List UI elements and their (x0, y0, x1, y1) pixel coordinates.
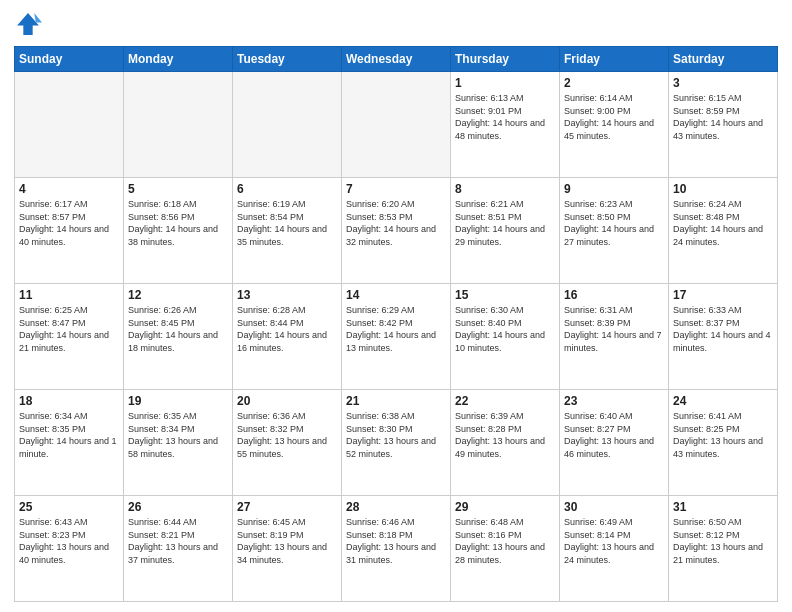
day-number: 8 (455, 182, 555, 196)
day-info: Sunrise: 6:39 AM Sunset: 8:28 PM Dayligh… (455, 410, 555, 460)
day-number: 16 (564, 288, 664, 302)
day-number: 11 (19, 288, 119, 302)
calendar-cell: 28Sunrise: 6:46 AM Sunset: 8:18 PM Dayli… (342, 496, 451, 602)
day-number: 19 (128, 394, 228, 408)
day-info: Sunrise: 6:26 AM Sunset: 8:45 PM Dayligh… (128, 304, 228, 354)
calendar-cell: 15Sunrise: 6:30 AM Sunset: 8:40 PM Dayli… (451, 284, 560, 390)
day-number: 13 (237, 288, 337, 302)
day-number: 21 (346, 394, 446, 408)
day-info: Sunrise: 6:19 AM Sunset: 8:54 PM Dayligh… (237, 198, 337, 248)
day-number: 23 (564, 394, 664, 408)
calendar-cell (233, 72, 342, 178)
calendar-cell: 30Sunrise: 6:49 AM Sunset: 8:14 PM Dayli… (560, 496, 669, 602)
calendar-day-header: Wednesday (342, 47, 451, 72)
calendar-day-header: Sunday (15, 47, 124, 72)
day-info: Sunrise: 6:50 AM Sunset: 8:12 PM Dayligh… (673, 516, 773, 566)
day-number: 14 (346, 288, 446, 302)
day-info: Sunrise: 6:15 AM Sunset: 8:59 PM Dayligh… (673, 92, 773, 142)
day-number: 4 (19, 182, 119, 196)
calendar-cell: 19Sunrise: 6:35 AM Sunset: 8:34 PM Dayli… (124, 390, 233, 496)
day-info: Sunrise: 6:36 AM Sunset: 8:32 PM Dayligh… (237, 410, 337, 460)
calendar-week-row: 4Sunrise: 6:17 AM Sunset: 8:57 PM Daylig… (15, 178, 778, 284)
calendar-cell: 25Sunrise: 6:43 AM Sunset: 8:23 PM Dayli… (15, 496, 124, 602)
day-number: 27 (237, 500, 337, 514)
day-number: 20 (237, 394, 337, 408)
calendar-week-row: 1Sunrise: 6:13 AM Sunset: 9:01 PM Daylig… (15, 72, 778, 178)
calendar-cell (342, 72, 451, 178)
day-info: Sunrise: 6:46 AM Sunset: 8:18 PM Dayligh… (346, 516, 446, 566)
day-number: 25 (19, 500, 119, 514)
calendar-cell: 11Sunrise: 6:25 AM Sunset: 8:47 PM Dayli… (15, 284, 124, 390)
calendar-cell: 29Sunrise: 6:48 AM Sunset: 8:16 PM Dayli… (451, 496, 560, 602)
day-info: Sunrise: 6:18 AM Sunset: 8:56 PM Dayligh… (128, 198, 228, 248)
day-info: Sunrise: 6:34 AM Sunset: 8:35 PM Dayligh… (19, 410, 119, 460)
calendar-cell: 17Sunrise: 6:33 AM Sunset: 8:37 PM Dayli… (669, 284, 778, 390)
logo-icon (14, 10, 42, 38)
day-info: Sunrise: 6:14 AM Sunset: 9:00 PM Dayligh… (564, 92, 664, 142)
day-info: Sunrise: 6:48 AM Sunset: 8:16 PM Dayligh… (455, 516, 555, 566)
page: SundayMondayTuesdayWednesdayThursdayFrid… (0, 0, 792, 612)
calendar-cell: 31Sunrise: 6:50 AM Sunset: 8:12 PM Dayli… (669, 496, 778, 602)
calendar-cell: 16Sunrise: 6:31 AM Sunset: 8:39 PM Dayli… (560, 284, 669, 390)
day-info: Sunrise: 6:25 AM Sunset: 8:47 PM Dayligh… (19, 304, 119, 354)
calendar-cell: 3Sunrise: 6:15 AM Sunset: 8:59 PM Daylig… (669, 72, 778, 178)
calendar-cell: 8Sunrise: 6:21 AM Sunset: 8:51 PM Daylig… (451, 178, 560, 284)
calendar-cell: 24Sunrise: 6:41 AM Sunset: 8:25 PM Dayli… (669, 390, 778, 496)
day-number: 10 (673, 182, 773, 196)
calendar-cell: 13Sunrise: 6:28 AM Sunset: 8:44 PM Dayli… (233, 284, 342, 390)
day-info: Sunrise: 6:31 AM Sunset: 8:39 PM Dayligh… (564, 304, 664, 354)
calendar-cell: 12Sunrise: 6:26 AM Sunset: 8:45 PM Dayli… (124, 284, 233, 390)
day-info: Sunrise: 6:20 AM Sunset: 8:53 PM Dayligh… (346, 198, 446, 248)
day-info: Sunrise: 6:30 AM Sunset: 8:40 PM Dayligh… (455, 304, 555, 354)
calendar-cell: 5Sunrise: 6:18 AM Sunset: 8:56 PM Daylig… (124, 178, 233, 284)
day-info: Sunrise: 6:13 AM Sunset: 9:01 PM Dayligh… (455, 92, 555, 142)
calendar-cell: 27Sunrise: 6:45 AM Sunset: 8:19 PM Dayli… (233, 496, 342, 602)
day-info: Sunrise: 6:45 AM Sunset: 8:19 PM Dayligh… (237, 516, 337, 566)
day-info: Sunrise: 6:23 AM Sunset: 8:50 PM Dayligh… (564, 198, 664, 248)
day-info: Sunrise: 6:43 AM Sunset: 8:23 PM Dayligh… (19, 516, 119, 566)
calendar-cell: 6Sunrise: 6:19 AM Sunset: 8:54 PM Daylig… (233, 178, 342, 284)
day-info: Sunrise: 6:38 AM Sunset: 8:30 PM Dayligh… (346, 410, 446, 460)
day-info: Sunrise: 6:40 AM Sunset: 8:27 PM Dayligh… (564, 410, 664, 460)
day-info: Sunrise: 6:29 AM Sunset: 8:42 PM Dayligh… (346, 304, 446, 354)
calendar-cell (124, 72, 233, 178)
day-number: 24 (673, 394, 773, 408)
day-number: 26 (128, 500, 228, 514)
day-info: Sunrise: 6:35 AM Sunset: 8:34 PM Dayligh… (128, 410, 228, 460)
day-info: Sunrise: 6:49 AM Sunset: 8:14 PM Dayligh… (564, 516, 664, 566)
header (14, 10, 778, 38)
calendar-week-row: 25Sunrise: 6:43 AM Sunset: 8:23 PM Dayli… (15, 496, 778, 602)
calendar-cell: 18Sunrise: 6:34 AM Sunset: 8:35 PM Dayli… (15, 390, 124, 496)
calendar-cell: 22Sunrise: 6:39 AM Sunset: 8:28 PM Dayli… (451, 390, 560, 496)
day-number: 15 (455, 288, 555, 302)
day-number: 17 (673, 288, 773, 302)
calendar-table: SundayMondayTuesdayWednesdayThursdayFrid… (14, 46, 778, 602)
calendar-cell: 14Sunrise: 6:29 AM Sunset: 8:42 PM Dayli… (342, 284, 451, 390)
calendar-day-header: Thursday (451, 47, 560, 72)
day-number: 3 (673, 76, 773, 90)
calendar-cell: 20Sunrise: 6:36 AM Sunset: 8:32 PM Dayli… (233, 390, 342, 496)
day-number: 7 (346, 182, 446, 196)
calendar-cell: 21Sunrise: 6:38 AM Sunset: 8:30 PM Dayli… (342, 390, 451, 496)
logo (14, 10, 46, 38)
day-number: 6 (237, 182, 337, 196)
day-info: Sunrise: 6:44 AM Sunset: 8:21 PM Dayligh… (128, 516, 228, 566)
day-number: 12 (128, 288, 228, 302)
calendar-week-row: 11Sunrise: 6:25 AM Sunset: 8:47 PM Dayli… (15, 284, 778, 390)
day-number: 30 (564, 500, 664, 514)
day-info: Sunrise: 6:17 AM Sunset: 8:57 PM Dayligh… (19, 198, 119, 248)
calendar-day-header: Saturday (669, 47, 778, 72)
calendar-cell: 7Sunrise: 6:20 AM Sunset: 8:53 PM Daylig… (342, 178, 451, 284)
calendar-cell: 23Sunrise: 6:40 AM Sunset: 8:27 PM Dayli… (560, 390, 669, 496)
day-number: 28 (346, 500, 446, 514)
calendar-cell: 1Sunrise: 6:13 AM Sunset: 9:01 PM Daylig… (451, 72, 560, 178)
svg-marker-1 (34, 13, 42, 22)
day-info: Sunrise: 6:21 AM Sunset: 8:51 PM Dayligh… (455, 198, 555, 248)
day-number: 18 (19, 394, 119, 408)
calendar-cell: 10Sunrise: 6:24 AM Sunset: 8:48 PM Dayli… (669, 178, 778, 284)
day-number: 1 (455, 76, 555, 90)
day-number: 9 (564, 182, 664, 196)
calendar-cell: 9Sunrise: 6:23 AM Sunset: 8:50 PM Daylig… (560, 178, 669, 284)
day-info: Sunrise: 6:28 AM Sunset: 8:44 PM Dayligh… (237, 304, 337, 354)
day-number: 5 (128, 182, 228, 196)
